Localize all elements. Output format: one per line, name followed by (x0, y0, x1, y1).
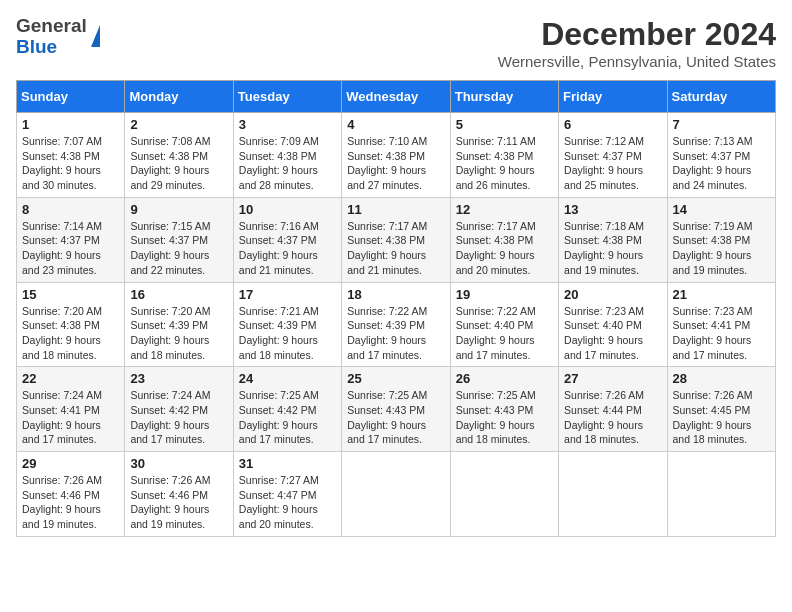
empty-cell (342, 452, 450, 537)
day-info: Sunrise: 7:25 AMSunset: 4:42 PMDaylight:… (239, 388, 336, 447)
day-number: 25 (347, 371, 444, 386)
day-number: 26 (456, 371, 553, 386)
day-cell-29: 29Sunrise: 7:26 AMSunset: 4:46 PMDayligh… (17, 452, 125, 537)
day-header-tuesday: Tuesday (233, 81, 341, 113)
day-info: Sunrise: 7:10 AMSunset: 4:38 PMDaylight:… (347, 134, 444, 193)
month-title: December 2024 (498, 16, 776, 53)
week-row-1: 1Sunrise: 7:07 AMSunset: 4:38 PMDaylight… (17, 113, 776, 198)
day-number: 12 (456, 202, 553, 217)
location-title: Wernersville, Pennsylvania, United State… (498, 53, 776, 70)
empty-cell (450, 452, 558, 537)
day-cell-26: 26Sunrise: 7:25 AMSunset: 4:43 PMDayligh… (450, 367, 558, 452)
day-cell-20: 20Sunrise: 7:23 AMSunset: 4:40 PMDayligh… (559, 282, 667, 367)
page-wrapper: General Blue December 2024 Wernersville,… (16, 16, 776, 537)
day-header-row: SundayMondayTuesdayWednesdayThursdayFrid… (17, 81, 776, 113)
day-info: Sunrise: 7:20 AMSunset: 4:38 PMDaylight:… (22, 304, 119, 363)
day-info: Sunrise: 7:23 AMSunset: 4:41 PMDaylight:… (673, 304, 770, 363)
day-number: 19 (456, 287, 553, 302)
day-cell-30: 30Sunrise: 7:26 AMSunset: 4:46 PMDayligh… (125, 452, 233, 537)
day-info: Sunrise: 7:26 AMSunset: 4:45 PMDaylight:… (673, 388, 770, 447)
day-header-saturday: Saturday (667, 81, 775, 113)
day-cell-15: 15Sunrise: 7:20 AMSunset: 4:38 PMDayligh… (17, 282, 125, 367)
day-number: 20 (564, 287, 661, 302)
day-cell-24: 24Sunrise: 7:25 AMSunset: 4:42 PMDayligh… (233, 367, 341, 452)
day-info: Sunrise: 7:25 AMSunset: 4:43 PMDaylight:… (347, 388, 444, 447)
day-cell-12: 12Sunrise: 7:17 AMSunset: 4:38 PMDayligh… (450, 197, 558, 282)
day-info: Sunrise: 7:21 AMSunset: 4:39 PMDaylight:… (239, 304, 336, 363)
day-cell-1: 1Sunrise: 7:07 AMSunset: 4:38 PMDaylight… (17, 113, 125, 198)
day-info: Sunrise: 7:08 AMSunset: 4:38 PMDaylight:… (130, 134, 227, 193)
day-number: 30 (130, 456, 227, 471)
day-number: 18 (347, 287, 444, 302)
day-number: 22 (22, 371, 119, 386)
day-number: 4 (347, 117, 444, 132)
day-cell-9: 9Sunrise: 7:15 AMSunset: 4:37 PMDaylight… (125, 197, 233, 282)
day-info: Sunrise: 7:19 AMSunset: 4:38 PMDaylight:… (673, 219, 770, 278)
day-cell-18: 18Sunrise: 7:22 AMSunset: 4:39 PMDayligh… (342, 282, 450, 367)
day-number: 7 (673, 117, 770, 132)
day-info: Sunrise: 7:24 AMSunset: 4:41 PMDaylight:… (22, 388, 119, 447)
day-number: 31 (239, 456, 336, 471)
day-cell-28: 28Sunrise: 7:26 AMSunset: 4:45 PMDayligh… (667, 367, 775, 452)
day-info: Sunrise: 7:09 AMSunset: 4:38 PMDaylight:… (239, 134, 336, 193)
day-info: Sunrise: 7:26 AMSunset: 4:46 PMDaylight:… (130, 473, 227, 532)
day-info: Sunrise: 7:20 AMSunset: 4:39 PMDaylight:… (130, 304, 227, 363)
empty-cell (667, 452, 775, 537)
logo-brand: General Blue (16, 16, 87, 58)
day-info: Sunrise: 7:13 AMSunset: 4:37 PMDaylight:… (673, 134, 770, 193)
day-cell-23: 23Sunrise: 7:24 AMSunset: 4:42 PMDayligh… (125, 367, 233, 452)
day-info: Sunrise: 7:23 AMSunset: 4:40 PMDaylight:… (564, 304, 661, 363)
day-number: 9 (130, 202, 227, 217)
day-info: Sunrise: 7:26 AMSunset: 4:46 PMDaylight:… (22, 473, 119, 532)
day-info: Sunrise: 7:18 AMSunset: 4:38 PMDaylight:… (564, 219, 661, 278)
day-info: Sunrise: 7:14 AMSunset: 4:37 PMDaylight:… (22, 219, 119, 278)
day-info: Sunrise: 7:22 AMSunset: 4:39 PMDaylight:… (347, 304, 444, 363)
day-number: 8 (22, 202, 119, 217)
day-number: 5 (456, 117, 553, 132)
day-cell-22: 22Sunrise: 7:24 AMSunset: 4:41 PMDayligh… (17, 367, 125, 452)
week-row-4: 22Sunrise: 7:24 AMSunset: 4:41 PMDayligh… (17, 367, 776, 452)
day-cell-10: 10Sunrise: 7:16 AMSunset: 4:37 PMDayligh… (233, 197, 341, 282)
week-row-5: 29Sunrise: 7:26 AMSunset: 4:46 PMDayligh… (17, 452, 776, 537)
day-number: 14 (673, 202, 770, 217)
day-cell-5: 5Sunrise: 7:11 AMSunset: 4:38 PMDaylight… (450, 113, 558, 198)
day-number: 28 (673, 371, 770, 386)
day-number: 23 (130, 371, 227, 386)
day-number: 13 (564, 202, 661, 217)
day-cell-19: 19Sunrise: 7:22 AMSunset: 4:40 PMDayligh… (450, 282, 558, 367)
day-info: Sunrise: 7:24 AMSunset: 4:42 PMDaylight:… (130, 388, 227, 447)
day-number: 10 (239, 202, 336, 217)
day-info: Sunrise: 7:22 AMSunset: 4:40 PMDaylight:… (456, 304, 553, 363)
day-number: 29 (22, 456, 119, 471)
title-area: December 2024 Wernersville, Pennsylvania… (498, 16, 776, 70)
empty-cell (559, 452, 667, 537)
day-cell-8: 8Sunrise: 7:14 AMSunset: 4:37 PMDaylight… (17, 197, 125, 282)
day-cell-31: 31Sunrise: 7:27 AMSunset: 4:47 PMDayligh… (233, 452, 341, 537)
day-number: 1 (22, 117, 119, 132)
logo-blue-text: Blue (16, 37, 87, 58)
day-info: Sunrise: 7:12 AMSunset: 4:37 PMDaylight:… (564, 134, 661, 193)
day-header-wednesday: Wednesday (342, 81, 450, 113)
day-number: 15 (22, 287, 119, 302)
day-header-sunday: Sunday (17, 81, 125, 113)
day-header-friday: Friday (559, 81, 667, 113)
day-info: Sunrise: 7:11 AMSunset: 4:38 PMDaylight:… (456, 134, 553, 193)
day-header-thursday: Thursday (450, 81, 558, 113)
day-number: 6 (564, 117, 661, 132)
day-number: 27 (564, 371, 661, 386)
day-number: 11 (347, 202, 444, 217)
day-cell-2: 2Sunrise: 7:08 AMSunset: 4:38 PMDaylight… (125, 113, 233, 198)
header: General Blue December 2024 Wernersville,… (16, 16, 776, 70)
logo: General Blue (16, 16, 100, 58)
day-number: 17 (239, 287, 336, 302)
day-cell-6: 6Sunrise: 7:12 AMSunset: 4:37 PMDaylight… (559, 113, 667, 198)
week-row-2: 8Sunrise: 7:14 AMSunset: 4:37 PMDaylight… (17, 197, 776, 282)
day-info: Sunrise: 7:25 AMSunset: 4:43 PMDaylight:… (456, 388, 553, 447)
day-cell-3: 3Sunrise: 7:09 AMSunset: 4:38 PMDaylight… (233, 113, 341, 198)
day-number: 21 (673, 287, 770, 302)
day-info: Sunrise: 7:17 AMSunset: 4:38 PMDaylight:… (347, 219, 444, 278)
logo-general-text: General (16, 16, 87, 37)
day-info: Sunrise: 7:17 AMSunset: 4:38 PMDaylight:… (456, 219, 553, 278)
day-cell-25: 25Sunrise: 7:25 AMSunset: 4:43 PMDayligh… (342, 367, 450, 452)
day-cell-21: 21Sunrise: 7:23 AMSunset: 4:41 PMDayligh… (667, 282, 775, 367)
